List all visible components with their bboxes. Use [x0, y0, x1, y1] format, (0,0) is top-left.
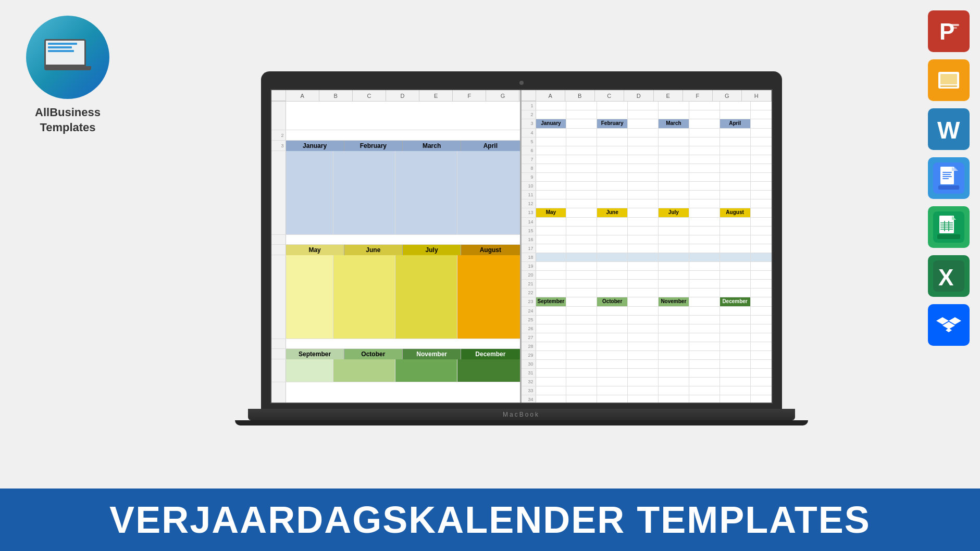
right-mar: March: [659, 119, 689, 128]
slides-svg: [933, 65, 964, 96]
right-nov: November: [659, 297, 689, 306]
rrow-33: 33: [522, 386, 772, 395]
word-icon[interactable]: W: [928, 108, 970, 150]
google-sheets-icon[interactable]: [928, 206, 970, 248]
col-c: C: [353, 90, 386, 101]
rrow-3-cells: January February March April: [536, 119, 772, 128]
rrow-25: 25: [522, 316, 772, 324]
nov-body: [395, 359, 457, 382]
col-g: G: [486, 90, 519, 101]
col-a: A: [286, 90, 319, 101]
nov-header: November: [403, 349, 461, 359]
right-dec: December: [720, 297, 751, 306]
rrow-23-months: 23 September October November December: [522, 297, 772, 307]
pp-svg: P: [933, 16, 964, 47]
may-body: [286, 255, 333, 339]
rrow-3-months: 3 January February March April: [522, 119, 772, 129]
dropbox-icon[interactable]: [928, 304, 970, 346]
excel-icon[interactable]: X: [928, 255, 970, 297]
right-col-e: E: [654, 90, 684, 101]
rrow-12: 12: [522, 199, 772, 208]
col-f: F: [453, 90, 486, 101]
jun-body: [333, 255, 395, 339]
rrow-23-cells: September October November December: [536, 297, 772, 306]
right-col-headers: A B C D E F G H: [522, 90, 772, 102]
row-num-header: [271, 90, 286, 101]
left-sheet-body: 2 3 January February March: [271, 102, 520, 403]
right-row-num-header: [522, 90, 536, 101]
apr-body: [457, 151, 519, 234]
logo-line2: Templates: [35, 120, 101, 135]
docs-svg: [933, 162, 964, 194]
laptop-icon: [44, 39, 91, 76]
mar-body: [395, 151, 457, 234]
right-col-b: B: [565, 90, 595, 101]
rrow-34: 34: [522, 395, 772, 403]
q1-body: [271, 151, 520, 234]
col-d: D: [386, 90, 419, 101]
rrow-13-months: 13 May June July August: [522, 208, 772, 218]
spreadsheet: A B C D E F G: [271, 90, 772, 403]
laptop-screen: [44, 39, 86, 66]
rrow-2: 2: [522, 110, 772, 119]
left-col-headers: A B C D E F G: [271, 90, 520, 102]
rrow-31: 31: [522, 369, 772, 378]
right-col-a: A: [536, 90, 566, 101]
feb-header: February: [344, 141, 403, 151]
rrow-27: 27: [522, 333, 772, 342]
rrow-20: 20: [522, 271, 772, 280]
dropbox-svg: [933, 309, 964, 341]
aug-body: [457, 255, 519, 339]
spacer-q2-q3: [271, 339, 520, 349]
month-header-row-q1: 3 January February March April: [271, 141, 520, 151]
svg-rect-31: [937, 234, 960, 239]
rrow-2-cells: [536, 110, 772, 119]
sheet-right: A B C D E F G H 1: [522, 90, 772, 403]
q2-body: [271, 255, 520, 339]
google-slides-icon[interactable]: [928, 59, 970, 101]
right-rows: 1: [522, 102, 772, 403]
laptop-base: [44, 66, 91, 70]
google-docs-icon[interactable]: [928, 157, 970, 199]
title-row: [271, 102, 520, 130]
rrow-6: 6: [522, 146, 772, 155]
svg-rect-15: [942, 172, 952, 173]
rrow-11: 11: [522, 191, 772, 199]
right-may: May: [536, 208, 567, 217]
right-col-f: F: [683, 90, 713, 101]
right-col-h: H: [742, 90, 772, 101]
right-jul: July: [659, 208, 689, 217]
oct-body: [333, 359, 395, 382]
rrow-28: 28: [522, 342, 772, 351]
jan-header: January: [286, 141, 344, 151]
svg-text:W: W: [937, 117, 960, 144]
right-jan: January: [536, 119, 567, 128]
logo-text: AllBusiness Templates: [35, 105, 101, 135]
dec-header: December: [461, 349, 519, 359]
rrow-1-cells: [536, 102, 772, 110]
apr-header: April: [461, 141, 519, 151]
rrow-4: 4: [522, 129, 772, 137]
svg-rect-2: [950, 24, 959, 26]
rrow-24: 24: [522, 307, 772, 316]
rrow-14: 14: [522, 218, 772, 227]
q3-body: [271, 359, 520, 382]
jan-body: [286, 151, 333, 234]
logo-line1: AllBusiness: [35, 105, 101, 120]
jul-body: [395, 255, 457, 339]
jul-header: July: [403, 245, 461, 255]
rrow-32: 32: [522, 378, 772, 386]
macbook-lid: A B C D E F G: [261, 71, 782, 409]
may-header: May: [286, 245, 344, 255]
sep-body: [286, 359, 333, 382]
svg-rect-7: [940, 85, 957, 87]
macbook-base: MacBook: [248, 409, 795, 420]
word-svg: W: [933, 114, 964, 145]
feb-body: [333, 151, 395, 234]
right-apr: April: [720, 119, 751, 128]
month-header-row-q3: September October November December: [271, 349, 520, 359]
powerpoint-icon[interactable]: P: [928, 10, 970, 52]
rrow-21: 21: [522, 280, 772, 289]
rrow-1: 1: [522, 102, 772, 110]
right-feb: February: [597, 119, 628, 128]
